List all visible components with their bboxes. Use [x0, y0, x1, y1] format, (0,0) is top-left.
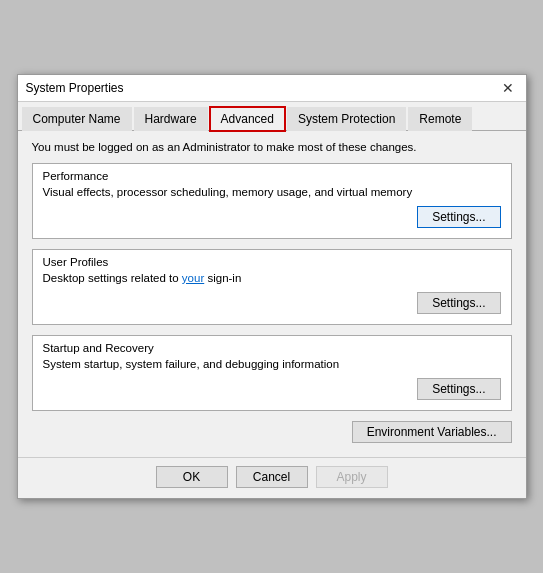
performance-title: Performance	[43, 170, 501, 182]
tab-remote[interactable]: Remote	[408, 107, 472, 131]
startup-recovery-section: Startup and Recovery System startup, sys…	[32, 335, 512, 411]
your-link: your	[182, 272, 204, 284]
tab-hardware[interactable]: Hardware	[134, 107, 208, 131]
admin-note: You must be logged on as an Administrato…	[32, 141, 512, 153]
startup-recovery-desc: System startup, system failure, and debu…	[43, 358, 501, 370]
cancel-button[interactable]: Cancel	[236, 466, 308, 488]
tab-computer-name[interactable]: Computer Name	[22, 107, 132, 131]
footer: OK Cancel Apply	[18, 457, 526, 498]
startup-recovery-title: Startup and Recovery	[43, 342, 501, 354]
user-profiles-settings-button[interactable]: Settings...	[417, 292, 500, 314]
performance-desc: Visual effects, processor scheduling, me…	[43, 186, 501, 198]
user-profiles-section: User Profiles Desktop settings related t…	[32, 249, 512, 325]
apply-button[interactable]: Apply	[316, 466, 388, 488]
env-variables-row: Environment Variables...	[32, 421, 512, 443]
close-button[interactable]: ✕	[498, 81, 518, 95]
user-profiles-desc: Desktop settings related to your sign-in	[43, 272, 501, 284]
startup-recovery-settings-button[interactable]: Settings...	[417, 378, 500, 400]
tab-content: You must be logged on as an Administrato…	[18, 131, 526, 457]
system-properties-window: System Properties ✕ Computer Name Hardwa…	[17, 74, 527, 499]
tab-advanced[interactable]: Advanced	[210, 107, 285, 131]
tab-system-protection[interactable]: System Protection	[287, 107, 406, 131]
tab-bar: Computer Name Hardware Advanced System P…	[18, 102, 526, 131]
performance-settings-button[interactable]: Settings...	[417, 206, 500, 228]
environment-variables-button[interactable]: Environment Variables...	[352, 421, 512, 443]
ok-button[interactable]: OK	[156, 466, 228, 488]
user-profiles-title: User Profiles	[43, 256, 501, 268]
titlebar: System Properties ✕	[18, 75, 526, 102]
performance-section: Performance Visual effects, processor sc…	[32, 163, 512, 239]
window-title: System Properties	[26, 81, 124, 95]
